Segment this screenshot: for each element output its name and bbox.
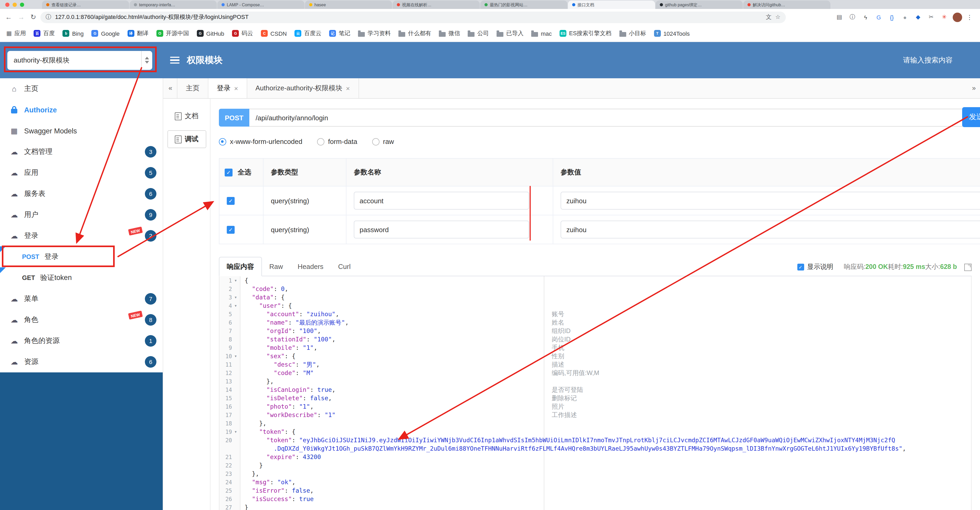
response-tab-Headers[interactable]: Headers [290,257,331,276]
pinwheel-ext-icon[interactable]: ✳ [940,14,948,21]
traffic-minimize-icon[interactable] [13,3,17,7]
param-value-input[interactable] [561,192,980,210]
sidebar-item-应用[interactable]: ☁应用5 [0,162,163,183]
traffic-close-icon[interactable] [5,3,10,7]
browser-tab[interactable]: 查看链接记录… [42,0,129,9]
menu-toggle-icon[interactable] [170,57,180,64]
module-select[interactable]: authority-权限模块 [7,51,152,70]
radio-raw[interactable]: raw [372,138,394,145]
bookmark-item[interactable]: 公司 [468,29,489,37]
param-checkbox[interactable]: ✓ [227,197,235,205]
google-ext-icon[interactable]: G [875,14,883,20]
bookmark-item[interactable]: CCSDN [261,30,286,37]
browser-tab[interactable]: 最热门的影视网站… [480,0,568,9]
bookmark-star-icon[interactable]: ☆ [775,14,781,21]
fold-icon[interactable]: ▾ [232,301,239,310]
radio-form-data[interactable]: form-data [317,138,357,145]
browser-tab[interactable]: hasee [305,0,392,9]
bookmark-item[interactable]: 学习资料 [358,29,391,37]
response-tab-Raw[interactable]: Raw [262,257,290,276]
sidebar-item-角色的资源[interactable]: ☁角色的资源1 [0,330,163,351]
reader-ext-icon[interactable]: ▤ [835,14,843,21]
bookmark-item[interactable]: mac [531,30,552,37]
sidebar-item-资源[interactable]: ☁资源6 [0,351,163,372]
forward-icon[interactable]: → [18,13,25,21]
browser-tab[interactable]: 视频在线解析… [393,0,480,9]
sidebar-item-文档管理[interactable]: ☁文档管理3 [0,141,163,162]
send-button[interactable]: 发送 [962,107,980,127]
fullscreen-icon[interactable] [964,263,972,271]
tab-主页[interactable]: 主页 [177,78,208,98]
bookmark-item[interactable]: 什么都有 [399,29,431,37]
bookmark-item[interactable]: G码云 [232,29,253,37]
param-checkbox[interactable]: ✓ [227,226,235,234]
bookmark-item[interactable]: 百百度 [34,29,55,37]
sidebar-item-Authorize[interactable]: Authorize [0,99,163,120]
bookmark-item[interactable]: O开源中国 [156,29,189,37]
bookmark-item[interactable]: 微信 [439,29,460,37]
response-tab-响应内容[interactable]: 响应内容 [219,257,262,276]
omnibox[interactable]: ⓘ 127.0.0.1:8760/api/gate/doc.html#/auth… [40,11,786,23]
sidebar-item-主页[interactable]: ⌂主页 [0,78,163,99]
back-icon[interactable]: ← [5,13,12,21]
sidebar-item-角色[interactable]: ☁角色NEW8 [0,309,163,330]
fold-icon[interactable]: ▾ [232,352,239,360]
param-name-input[interactable] [354,221,529,239]
table-row: ✓query(string) [219,186,980,215]
bookmark-item[interactable]: GGitHub [197,30,224,37]
traffic-zoom-icon[interactable] [20,3,24,7]
select-all-checkbox[interactable]: ✓ [225,168,232,176]
browser-tab[interactable]: 解决访问github… [743,0,830,9]
param-name-input[interactable] [354,192,529,210]
scissors-ext-icon[interactable]: ✂ [927,14,935,21]
rail-item-doc[interactable]: 文档 [167,107,206,125]
fold-icon[interactable]: ▾ [232,293,239,301]
bookmark-item[interactable]: ▦应用 [6,29,26,37]
browser-menu-icon[interactable]: ⋮ [966,13,975,21]
tab-登录[interactable]: 登录× [208,78,247,98]
browser-tab[interactable]: LAMP - Compose… [217,0,304,9]
bookmark-item[interactable]: 译翻译 [127,29,148,37]
browser-tab[interactable]: temporary-interfa… [130,0,217,9]
bookmark-item[interactable]: bBing [63,30,84,37]
browser-tab-title: 接口文档 [578,2,594,8]
bookmark-item[interactable]: ESES搜索引擎文档 [560,29,611,37]
header-search[interactable]: 请输入搜索内容 [903,56,953,65]
bookmark-item[interactable]: 小目标 [619,29,646,37]
sidebar-item-服务表[interactable]: ☁服务表6 [0,183,163,204]
close-tab-icon[interactable]: × [234,84,238,92]
show-desc-checkbox[interactable]: ✓ [797,264,804,271]
fold-icon[interactable]: ▾ [232,427,239,436]
sidebar-item-菜单[interactable]: ☁菜单7 [0,288,163,309]
sidebar-item-get-验证token[interactable]: GET验证token [0,267,163,288]
tabs-prev-icon[interactable]: « [169,78,172,98]
fold-icon[interactable]: ▾ [232,276,239,285]
profile-avatar[interactable] [953,12,962,22]
param-value-input[interactable] [561,221,980,239]
circle-ext-icon[interactable]: ● [901,14,909,20]
json-ext-icon[interactable]: {} [888,14,896,20]
bookmark-item[interactable]: 已导入 [497,29,523,37]
sidebar-item-登录[interactable]: ☁登录NEW2 [0,225,163,246]
rail-item-debug[interactable]: 调试 [167,130,206,148]
bookmark-item[interactable]: T1024Tools [654,30,690,37]
reload-icon[interactable]: ↻ [30,13,36,21]
radio-x-www-form-urlencoded[interactable]: x-www-form-urlencoded [219,138,302,145]
tabs-next-icon[interactable]: » [972,78,976,98]
lightning-ext-icon[interactable]: ϟ [861,14,870,20]
bookmark-item[interactable]: 云百度云 [295,29,321,37]
bookmark-item[interactable]: 记笔记 [329,29,350,37]
browser-tab[interactable]: github pages绑定… [655,0,743,9]
page-info-icon[interactable]: ⓘ [46,13,51,21]
bookmark-item[interactable]: GGoogle [92,30,120,37]
info-ext-icon[interactable]: ⓘ [848,13,857,21]
close-tab-icon[interactable]: × [346,84,350,92]
sidebar-item-用户[interactable]: ☁用户9 [0,204,163,225]
sidebar-item-Swagger Models[interactable]: ▦Swagger Models [0,120,163,141]
translate-icon[interactable]: 文 [766,13,772,21]
tab-Authorize-authority-权限模块[interactable]: Authorize-authority-权限模块× [247,78,359,98]
browser-tab[interactable]: 接口文档 [568,0,655,9]
sidebar-item-post-登录[interactable]: POST登录 [0,246,163,267]
shield-ext-icon[interactable]: ◆ [914,14,922,21]
response-tab-Curl[interactable]: Curl [331,257,358,276]
